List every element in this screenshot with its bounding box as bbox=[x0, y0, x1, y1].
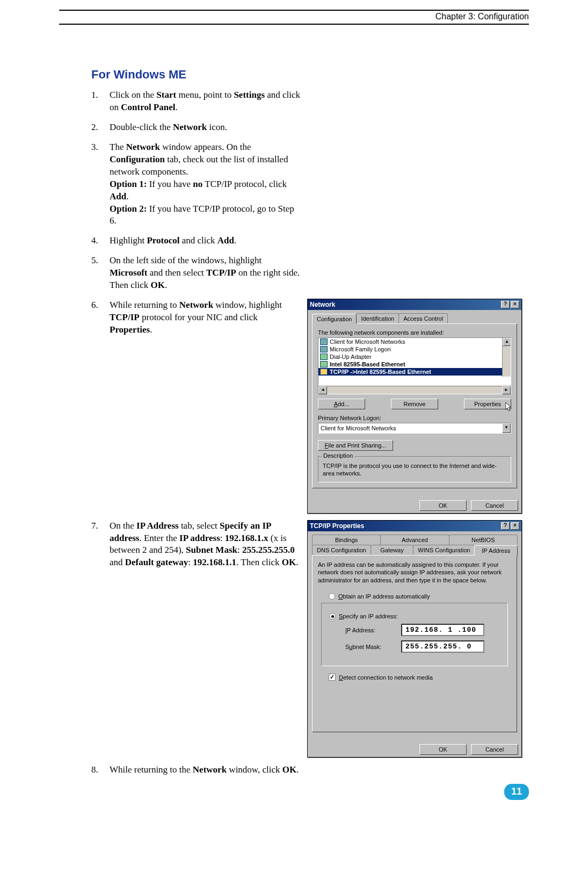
ok-button[interactable]: OK bbox=[419, 500, 467, 511]
adapter-icon bbox=[320, 361, 328, 367]
tab-gateway[interactable]: Gateway bbox=[371, 545, 414, 555]
help-icon[interactable]: ? bbox=[501, 301, 510, 308]
radio-specify-ip[interactable]: Specify an IP address: bbox=[329, 613, 500, 619]
cursor-icon bbox=[505, 402, 513, 413]
detect-connection-checkbox[interactable]: ✓ Detect connection to network media bbox=[329, 674, 511, 681]
description-text: TCP/IP is the protocol you use to connec… bbox=[323, 462, 506, 478]
step-3: 3. The Network window appears. On the Co… bbox=[91, 141, 301, 228]
tab-configuration[interactable]: Configuration bbox=[312, 314, 357, 324]
scroll-right-icon[interactable]: ► bbox=[502, 386, 511, 394]
step-6: 6. While returning to Network window, hi… bbox=[91, 299, 301, 336]
help-icon[interactable]: ? bbox=[501, 522, 510, 530]
subnet-mask-label: Subnet Mask: bbox=[345, 644, 394, 650]
page-number-badge: 11 bbox=[504, 784, 529, 800]
tab-dns-config[interactable]: DNS Configuration bbox=[312, 545, 371, 555]
step-5: 5. On the left side of the windows, high… bbox=[91, 255, 301, 292]
description-groupbox-title: Description bbox=[322, 452, 354, 459]
components-listbox[interactable]: Client for Microsoft Networks Microsoft … bbox=[318, 337, 511, 386]
ip-info-text: An IP address can be automatically assig… bbox=[318, 561, 511, 585]
installed-components-label: The following network components are ins… bbox=[318, 329, 511, 336]
close-icon[interactable]: × bbox=[511, 301, 519, 308]
tab-advanced[interactable]: Advanced bbox=[380, 535, 449, 545]
tab-bindings[interactable]: Bindings bbox=[312, 535, 381, 545]
network-dialog-title: Network bbox=[310, 301, 335, 308]
cancel-button[interactable]: Cancel bbox=[471, 744, 518, 755]
scrollbar-horizontal[interactable]: ◄ ► bbox=[318, 386, 511, 394]
step-7: 7. On the IP Address tab, select Specify… bbox=[91, 520, 301, 569]
cancel-button[interactable]: Cancel bbox=[471, 500, 518, 511]
chevron-down-icon[interactable]: ▼ bbox=[502, 423, 511, 433]
scroll-up-icon[interactable]: ▲ bbox=[503, 338, 511, 346]
tab-ip-address[interactable]: IP Address bbox=[474, 545, 518, 556]
tcpip-properties-dialog: TCP/IP Properties ? × Bindings Advanced … bbox=[307, 520, 522, 758]
client-icon bbox=[320, 338, 328, 345]
section-title: For Windows ME bbox=[91, 68, 529, 82]
chapter-title: Chapter 3: Configuration bbox=[59, 12, 529, 21]
tcpip-dialog-title: TCP/IP Properties bbox=[310, 522, 364, 530]
tab-wins-config[interactable]: WINS Configuration bbox=[413, 545, 475, 555]
scrollbar-vertical[interactable]: ▲ bbox=[502, 338, 511, 377]
step-4: 4. Highlight Protocol and click Add. bbox=[91, 235, 301, 247]
step-2: 2. Double-click the Network icon. bbox=[91, 121, 301, 134]
checkbox-icon: ✓ bbox=[329, 674, 336, 681]
ok-button[interactable]: OK bbox=[419, 744, 467, 755]
radio-obtain-auto[interactable]: Obtain an IP address automatically bbox=[329, 593, 511, 600]
add-button[interactable]: Add... bbox=[318, 399, 365, 409]
step-8: 8. While returning to the Network window… bbox=[91, 764, 301, 776]
protocol-icon bbox=[320, 369, 328, 375]
ip-address-label: IP Address: bbox=[345, 627, 394, 633]
file-print-sharing-button[interactable]: File and Print Sharing... bbox=[318, 440, 393, 451]
ip-address-input[interactable]: 192.168. 1 .100 bbox=[401, 624, 484, 636]
remove-button[interactable]: Remove bbox=[391, 399, 438, 409]
primary-logon-dropdown[interactable]: Client for Microsoft Networks ▼ bbox=[318, 423, 511, 434]
scroll-left-icon[interactable]: ◄ bbox=[318, 386, 327, 394]
radio-icon bbox=[329, 593, 335, 600]
client-icon bbox=[320, 346, 328, 352]
close-icon[interactable]: × bbox=[511, 522, 519, 530]
tab-access-control[interactable]: Access Control bbox=[398, 313, 448, 323]
adapter-icon bbox=[320, 354, 328, 360]
tab-netbios[interactable]: NetBIOS bbox=[449, 535, 518, 545]
step-1: 1. Click on the Start menu, point to Set… bbox=[91, 89, 301, 114]
network-dialog: Network ? × Configuration Identification… bbox=[307, 299, 522, 514]
subnet-mask-input[interactable]: 255.255.255. 0 bbox=[401, 640, 484, 653]
properties-button[interactable]: Properties bbox=[464, 399, 511, 409]
tab-identification[interactable]: Identification bbox=[356, 313, 399, 323]
radio-icon bbox=[329, 613, 336, 619]
primary-logon-label: Primary Network Logon: bbox=[318, 415, 511, 421]
